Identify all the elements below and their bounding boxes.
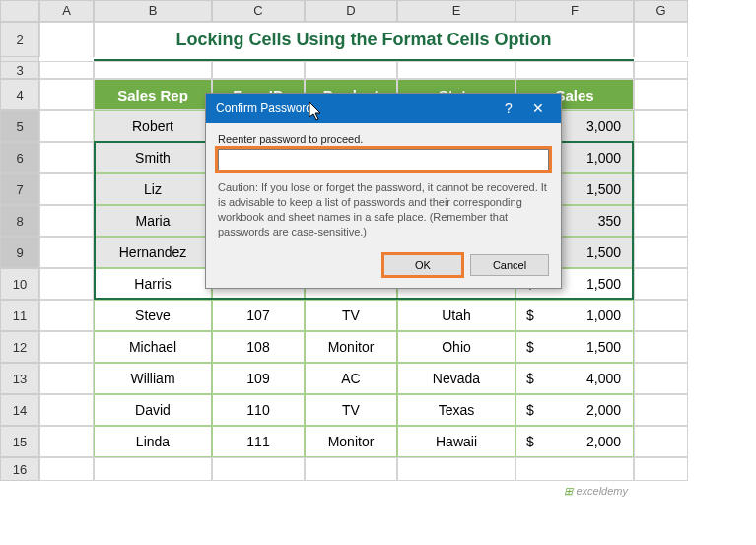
cell-id[interactable]: 109 bbox=[212, 363, 305, 394]
page-title: Locking Cells Using the Format Cells Opt… bbox=[94, 22, 634, 57]
cell-rep[interactable]: William bbox=[94, 363, 212, 394]
empty-g2[interactable] bbox=[634, 22, 688, 57]
password-input[interactable] bbox=[218, 149, 549, 170]
cell-id[interactable]: 111 bbox=[212, 426, 305, 457]
cell-rep[interactable]: David bbox=[94, 394, 212, 426]
row-header-10[interactable]: 10 bbox=[0, 268, 39, 300]
cell-rep[interactable]: Steve bbox=[94, 300, 212, 331]
cell-sales[interactable]: $4,000 bbox=[515, 363, 634, 394]
row-header-14[interactable]: 14 bbox=[0, 394, 39, 426]
col-header-B[interactable]: B bbox=[94, 0, 212, 22]
cell-id[interactable]: 107 bbox=[212, 300, 305, 331]
cell-id[interactable]: 110 bbox=[212, 394, 305, 426]
help-icon[interactable]: ? bbox=[494, 101, 523, 116]
row-header-7[interactable]: 7 bbox=[0, 173, 39, 205]
row-header-15[interactable]: 15 bbox=[0, 426, 39, 457]
cell-id[interactable]: 108 bbox=[212, 331, 305, 363]
cell-state[interactable]: Hawaii bbox=[397, 426, 515, 457]
cell-rep[interactable]: Harris bbox=[94, 268, 212, 300]
currency-symbol: $ bbox=[526, 371, 534, 386]
row-header-5[interactable]: 5 bbox=[0, 110, 39, 142]
cell-rep[interactable]: Linda bbox=[94, 426, 212, 457]
dialog-titlebar[interactable]: Confirm Password ? ✕ bbox=[206, 94, 561, 123]
cell-product[interactable]: TV bbox=[305, 300, 397, 331]
sales-amount: 2,000 bbox=[586, 434, 621, 449]
cell-sales[interactable]: $1,000 bbox=[515, 300, 634, 331]
sales-amount: 1,000 bbox=[586, 150, 621, 166]
row-header-13[interactable]: 13 bbox=[0, 363, 39, 394]
cell-rep[interactable]: Hernandez bbox=[94, 237, 212, 268]
cell-rep[interactable]: Robert bbox=[94, 110, 212, 142]
currency-symbol: $ bbox=[526, 434, 534, 449]
cancel-button[interactable]: Cancel bbox=[470, 254, 549, 276]
sales-amount: 1,500 bbox=[586, 244, 621, 260]
close-icon[interactable]: ✕ bbox=[523, 101, 553, 116]
col-header-F[interactable]: F bbox=[515, 0, 634, 22]
cell-sales[interactable]: $2,000 bbox=[515, 394, 634, 426]
cell-state[interactable]: Texas bbox=[397, 394, 515, 426]
cell-rep[interactable]: Smith bbox=[94, 142, 212, 173]
currency-symbol: $ bbox=[526, 339, 534, 355]
sales-amount: 3,000 bbox=[586, 118, 621, 134]
sales-amount: 350 bbox=[598, 213, 621, 229]
row-header-2[interactable]: 2 bbox=[0, 22, 39, 57]
cell-state[interactable]: Utah bbox=[397, 300, 515, 331]
watermark: ⊞ exceldemy bbox=[564, 485, 628, 498]
row-header-11[interactable]: 11 bbox=[0, 300, 39, 331]
ok-button[interactable]: OK bbox=[383, 254, 462, 276]
cell-state[interactable]: Nevada bbox=[397, 363, 515, 394]
currency-symbol: $ bbox=[526, 402, 534, 418]
row-header-9[interactable]: 9 bbox=[0, 237, 39, 268]
dialog-title: Confirm Password bbox=[216, 102, 494, 115]
cell-product[interactable]: Monitor bbox=[305, 426, 397, 457]
row-header-16[interactable]: 16 bbox=[0, 457, 39, 481]
cell-rep[interactable]: Liz bbox=[94, 173, 212, 205]
row-header-6[interactable]: 6 bbox=[0, 142, 39, 173]
cell-rep[interactable]: Michael bbox=[94, 331, 212, 363]
cell-state[interactable]: Ohio bbox=[397, 331, 515, 363]
col-header-corner[interactable] bbox=[0, 0, 39, 22]
dialog-caution: Caution: If you lose or forget the passw… bbox=[218, 180, 549, 238]
col-header-D[interactable]: D bbox=[305, 0, 397, 22]
row-header-12[interactable]: 12 bbox=[0, 331, 39, 363]
cell-product[interactable]: TV bbox=[305, 394, 397, 426]
sales-amount: 1,500 bbox=[586, 181, 621, 197]
empty-a2[interactable] bbox=[39, 22, 94, 57]
cell-sales[interactable]: $2,000 bbox=[515, 426, 634, 457]
currency-symbol: $ bbox=[526, 307, 534, 323]
row-header-3[interactable]: 3 bbox=[0, 61, 39, 79]
col-header-C[interactable]: C bbox=[212, 0, 305, 22]
cell-product[interactable]: Monitor bbox=[305, 331, 397, 363]
cell-sales[interactable]: $1,500 bbox=[515, 331, 634, 363]
table-header-b[interactable]: Sales Rep bbox=[94, 79, 212, 110]
sales-amount: 1,000 bbox=[586, 307, 621, 323]
col-header-G[interactable]: G bbox=[634, 0, 688, 22]
row-header-8[interactable]: 8 bbox=[0, 205, 39, 237]
col-header-E[interactable]: E bbox=[397, 0, 515, 22]
cell-product[interactable]: AC bbox=[305, 363, 397, 394]
sales-amount: 1,500 bbox=[586, 276, 621, 292]
cell-rep[interactable]: Maria bbox=[94, 205, 212, 237]
sales-amount: 2,000 bbox=[586, 402, 621, 418]
dialog-label: Reenter password to proceed. bbox=[218, 133, 549, 145]
confirm-password-dialog: Confirm Password ? ✕ Reenter password to… bbox=[205, 93, 562, 289]
col-header-A[interactable]: A bbox=[39, 0, 94, 22]
sales-amount: 1,500 bbox=[586, 339, 621, 355]
sales-amount: 4,000 bbox=[586, 371, 621, 386]
row-header-4[interactable]: 4 bbox=[0, 79, 39, 110]
